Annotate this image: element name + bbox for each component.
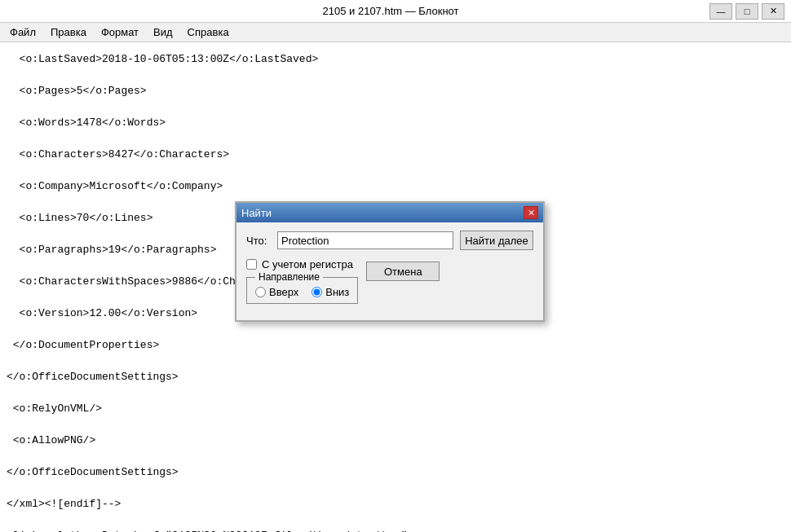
case-sensitive-checkbox[interactable] <box>246 259 257 270</box>
minimize-button[interactable]: — <box>709 3 732 20</box>
title-bar: 2105 и 2107.htm — Блокнот — □ ✕ <box>0 0 791 23</box>
editor-line: <link rel=themeData href="2105%20и%20210… <box>7 528 784 532</box>
find-next-button[interactable]: Найти далее <box>460 231 533 250</box>
content-area: <!--[if gte mso 9]><xml> <o:DocumentProp… <box>0 42 791 532</box>
editor-line: <o:RelyOnVML/> <box>7 401 784 417</box>
editor-line: <o:LastSaved>2018-10-06T05:13:00Z</o:Las… <box>7 51 784 68</box>
dialog-buttons-col: Отмена <box>366 258 440 304</box>
case-sensitive-label: С учетом регистра <box>262 258 353 270</box>
menu-file[interactable]: Файл <box>3 24 42 40</box>
editor-line: <o:Characters>8427</o:Characters> <box>7 147 784 163</box>
editor-line: <o:Words>1478</o:Words> <box>7 115 784 131</box>
menu-format[interactable]: Формат <box>95 24 145 40</box>
search-label: Что: <box>246 235 271 247</box>
maximize-button[interactable]: □ <box>736 3 758 20</box>
dialog-body: Что: Найти далее С учетом регистра <box>236 222 543 320</box>
direction-options: Вверх Вниз <box>255 286 349 298</box>
middle-row: С учетом регистра Направление Вверх <box>246 258 533 304</box>
editor-line: </o:OfficeDocumentSettings> <box>7 369 784 385</box>
buttons-col: Найти далее <box>460 231 533 250</box>
dialog-title-bar: Найти ✕ <box>236 203 543 222</box>
menu-help[interactable]: Справка <box>181 24 236 40</box>
editor-line: <o:Company>Microsoft</o:Company> <box>7 178 784 195</box>
search-row: Что: Найти далее <box>246 231 533 250</box>
dialog-title: Найти <box>241 207 272 219</box>
menu-edit[interactable]: Правка <box>44 24 93 40</box>
direction-down-radio[interactable] <box>312 287 322 297</box>
window-controls: — □ ✕ <box>709 3 784 20</box>
editor-line: <o:AllowPNG/> <box>7 433 784 449</box>
direction-down-option[interactable]: Вниз <box>312 286 349 298</box>
direction-up-radio[interactable] <box>255 287 266 297</box>
direction-down-label: Вниз <box>325 286 349 298</box>
direction-up-option[interactable]: Вверх <box>255 286 298 298</box>
editor-line: </o:DocumentProperties> <box>7 337 784 354</box>
search-input[interactable] <box>277 231 453 249</box>
editor-line: </xml><![endif]--> <box>7 496 784 512</box>
checkbox-row: С учетом регистра <box>246 258 358 270</box>
find-dialog[interactable]: Найти ✕ Что: Найти далее <box>235 201 545 322</box>
direction-up-label: Вверх <box>269 286 298 298</box>
editor-line: </o:OfficeDocumentSettings> <box>7 464 784 481</box>
editor-line: <o:Pages>5</o:Pages> <box>7 83 784 99</box>
direction-group: Направление Вверх Вниз <box>246 277 358 304</box>
menu-view[interactable]: Вид <box>147 24 179 40</box>
cancel-button[interactable]: Отмена <box>366 262 440 281</box>
dialog-close-button[interactable]: ✕ <box>524 206 538 219</box>
close-button[interactable]: ✕ <box>762 3 784 20</box>
menu-bar: Файл Правка Формат Вид Справка <box>0 23 791 42</box>
window-title: 2105 и 2107.htm — Блокнот <box>72 5 709 17</box>
direction-legend: Направление <box>255 271 323 283</box>
